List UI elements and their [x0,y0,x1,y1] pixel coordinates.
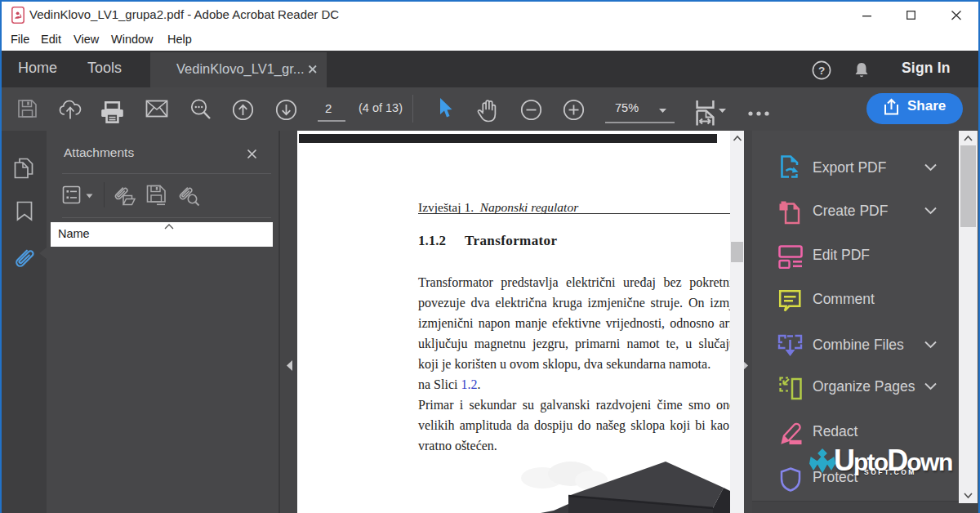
svg-text:?: ? [818,65,825,77]
